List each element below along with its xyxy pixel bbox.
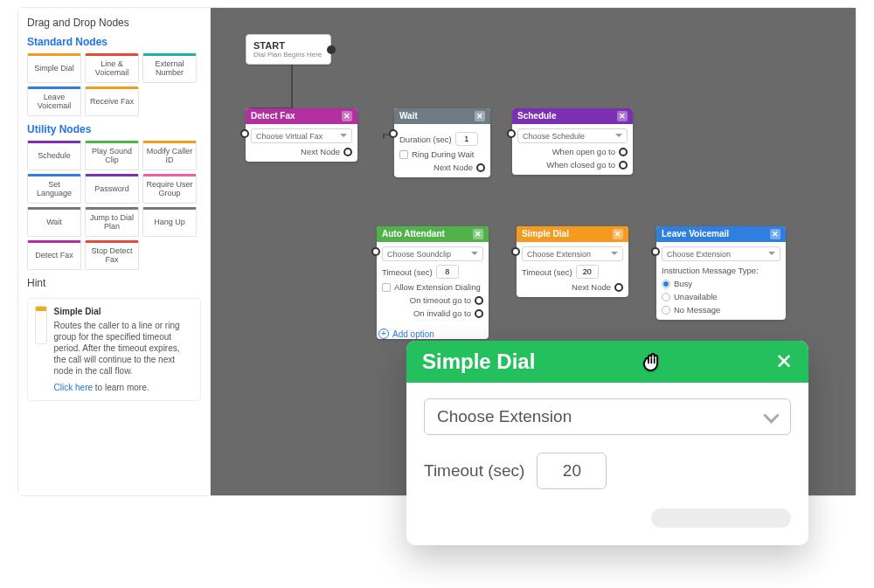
out-port-timeout[interactable] [475, 296, 483, 305]
leave-vm-title: Leave Voicemail [662, 226, 729, 242]
vm-option-label: Unavailable [674, 292, 718, 301]
wait-node[interactable]: Wait ✕ Duration (sec) Ring During Wait N… [394, 108, 490, 177]
out-port-closed[interactable] [619, 161, 628, 169]
allow-ext-checkbox[interactable] [382, 283, 391, 292]
leave-voicemail-node[interactable]: Leave Voicemail ✕ Choose Extension Instr… [656, 226, 786, 320]
start-subtitle: Dial Plan Begins Here [253, 51, 322, 59]
out-port[interactable] [476, 163, 485, 172]
palette-node-set-language[interactable]: Set Language [27, 174, 81, 204]
sd-timeout-label: Timeout (sec) [522, 267, 572, 277]
ring-checkbox[interactable] [399, 150, 408, 159]
close-icon[interactable]: ✕ [613, 229, 623, 239]
detect-fax-node[interactable]: Detect Fax ✕ Choose Virtual Fax Next Nod… [246, 108, 357, 162]
palette-node-hang-up[interactable]: Hang Up [142, 207, 197, 237]
leave-vm-select[interactable]: Choose Extension [662, 246, 780, 261]
sidebar-title: Drag and Drop Nodes [27, 17, 201, 29]
simple-dial-title: Simple Dial [522, 226, 569, 242]
auto-attendant-node[interactable]: Auto Attendant ✕ Choose Soundclip Timeou… [377, 226, 489, 339]
utility-nodes-heading: Utility Nodes [27, 123, 201, 135]
palette-node-modify-caller-id[interactable]: Modify Caller ID [142, 141, 197, 170]
hint-heading: Hint [27, 277, 201, 289]
utility-nodes-palette: SchedulePlay Sound ClipModify Caller IDS… [27, 141, 201, 270]
in-port[interactable] [371, 247, 380, 256]
simple-dial-select[interactable]: Choose Extension [522, 246, 623, 261]
vm-option-label: Busy [674, 279, 692, 288]
out-port[interactable] [614, 283, 623, 292]
chevron-down-icon [764, 408, 780, 424]
palette-node-schedule[interactable]: Schedule [27, 141, 81, 170]
aa-timeout-input[interactable] [436, 265, 459, 279]
duration-input[interactable] [455, 132, 478, 146]
detect-fax-select[interactable]: Choose Virtual Fax [251, 128, 352, 143]
palette-node-require-user-group[interactable]: Require User Group [142, 174, 197, 204]
close-icon[interactable]: ✕ [770, 229, 780, 239]
close-icon[interactable]: ✕ [775, 349, 793, 374]
schedule-title: Schedule [517, 108, 556, 124]
when-open-label: When open go to [552, 147, 615, 156]
instr-label: Instruction Message Type: [662, 266, 759, 275]
vm-radio-no message[interactable] [662, 306, 670, 315]
wait-title: Wait [399, 108, 418, 124]
palette-node-simple-dial[interactable]: Simple Dial [27, 53, 81, 83]
simple-dial-node[interactable]: Simple Dial ✕ Choose Extension Timeout (… [517, 226, 628, 297]
palette-node-leave-voicemail[interactable]: Leave Voicemail [27, 86, 81, 116]
simple-dial-popup[interactable]: Simple Dial ✕ Choose Extension Timeout (… [406, 341, 808, 503]
close-icon[interactable]: ✕ [473, 229, 483, 239]
on-timeout-label: On timeout go to [410, 295, 471, 305]
palette-node-play-sound-clip[interactable]: Play Sound Clip [85, 141, 139, 170]
hint-title: Simple Dial [54, 306, 193, 317]
popup-title: Simple Dial [422, 349, 535, 374]
when-closed-label: When closed go to [546, 160, 615, 169]
palette-node-wait[interactable]: Wait [27, 207, 81, 237]
out-port[interactable] [343, 148, 352, 156]
hint-body: Routes the caller to a line or ring grou… [54, 321, 180, 376]
on-invalid-label: On invalid go to [413, 308, 471, 318]
popup-timeout-label: Timeout (sec) [424, 461, 524, 481]
palette-node-detect-fax[interactable]: Detect Fax [27, 240, 81, 270]
hint-box: Simple Dial Routes the caller to a line … [27, 298, 201, 401]
close-icon[interactable]: ✕ [342, 111, 352, 121]
in-port[interactable] [511, 247, 520, 256]
in-port[interactable] [389, 129, 398, 138]
next-node-label: Next Node [434, 163, 473, 172]
start-node[interactable]: START Dial Plan Begins Here [246, 34, 331, 65]
palette-node-external-number[interactable]: External Number [142, 53, 197, 83]
palette-node-line-voicemail[interactable]: Line & Voicemail [85, 53, 139, 83]
vm-radio-busy[interactable] [662, 280, 670, 288]
close-icon[interactable]: ✕ [475, 111, 485, 121]
out-port-invalid[interactable] [475, 309, 483, 318]
hint-link[interactable]: Click here [54, 382, 93, 393]
detect-fax-title: Detect Fax [251, 108, 295, 124]
sidebar: Drag and Drop Nodes Standard Nodes Simpl… [18, 8, 211, 495]
vm-radio-unavailable[interactable] [662, 293, 670, 301]
in-port[interactable] [507, 129, 516, 138]
soundclip-select[interactable]: Choose Soundclip [382, 246, 483, 261]
in-port[interactable] [651, 247, 660, 256]
palette-node-stop-detect-fax[interactable]: Stop Detect Fax [85, 240, 139, 270]
duration-label: Duration (sec) [399, 135, 452, 144]
schedule-select[interactable]: Choose Schedule [517, 128, 628, 143]
popup-timeout-input[interactable] [537, 453, 607, 489]
sd-timeout-input[interactable] [576, 265, 599, 279]
standard-nodes-heading: Standard Nodes [27, 36, 201, 48]
vm-option-label: No Message [674, 305, 720, 315]
add-option-button[interactable]: + Add option [378, 329, 489, 339]
palette-node-password[interactable]: Password [85, 174, 139, 204]
auto-attendant-title: Auto Attendant [382, 226, 445, 242]
out-port-open[interactable] [619, 148, 628, 156]
close-icon[interactable]: ✕ [617, 111, 628, 121]
start-title: START [253, 40, 322, 51]
next-node-label: Next Node [572, 282, 611, 292]
schedule-node[interactable]: Schedule ✕ Choose Schedule When open go … [512, 108, 633, 175]
popup-extension-select[interactable]: Choose Extension [424, 398, 791, 435]
plus-icon: + [378, 329, 389, 339]
standard-nodes-palette: Simple DialLine & VoicemailExternal Numb… [27, 53, 201, 116]
palette-node-receive-fax[interactable]: Receive Fax [85, 86, 139, 116]
in-port[interactable] [240, 129, 249, 138]
palette-node-jump-to-dial-plan[interactable]: Jump to Dial Plan [85, 207, 139, 237]
allow-ext-label: Allow Extension Dialing [394, 282, 481, 292]
ring-label: Ring During Wait [412, 149, 474, 159]
aa-timeout-label: Timeout (sec) [382, 267, 433, 277]
next-node-label: Next Node [301, 147, 340, 156]
start-out-port[interactable] [327, 45, 336, 54]
